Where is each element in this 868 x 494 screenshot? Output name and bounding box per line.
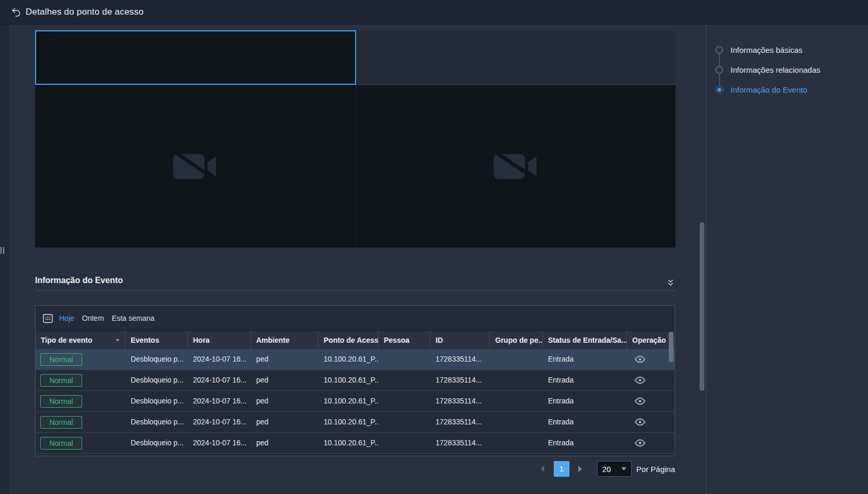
operation-cell — [627, 412, 668, 432]
chevron-down-icon — [621, 467, 626, 473]
table-row[interactable]: NormalDesbloqueio p...2024-10-07 16...pe… — [36, 349, 675, 370]
date-filter-tab[interactable]: Esta semana — [112, 314, 155, 322]
table-row[interactable]: NormalDesbloqueio p...2024-10-07 16...pe… — [36, 370, 675, 391]
collapse-section-icon[interactable] — [667, 279, 674, 287]
table-cell: 10.100.20.61_P... — [318, 412, 379, 432]
table-row[interactable]: NormalDesbloqueio p...2024-10-07 16...pe… — [36, 412, 675, 433]
event-type-cell: Normal — [36, 412, 125, 432]
page-scrollbar[interactable] — [700, 222, 704, 391]
date-filter-tab[interactable]: Hoje — [59, 314, 74, 322]
table-cell: 10.100.20.61_P... — [318, 349, 379, 369]
table-row[interactable]: NormalDesbloqueio p...2024-10-07 16...pe… — [36, 391, 675, 412]
status-badge: Normal — [40, 353, 82, 366]
status-badge: Normal — [40, 374, 82, 387]
event-table-panel: Hoje Ontem Esta semana Tipo de eventoEve… — [35, 305, 675, 456]
operation-cell — [627, 433, 668, 453]
table-cell: Desbloqueio p... — [125, 349, 188, 369]
operation-cell — [627, 349, 668, 369]
table-cell: 1728335114... — [430, 433, 490, 453]
anchor-nav-label: Informações básicas — [730, 46, 803, 54]
table-cell: 2024-10-07 16... — [188, 433, 251, 453]
page-size-value: 20 — [602, 465, 611, 474]
table-cell — [490, 412, 543, 432]
table-cell: Entrada — [543, 412, 627, 432]
table-cell: 2024-10-07 16... — [188, 391, 251, 411]
column-header: Hora — [188, 331, 251, 349]
right-panel-divider — [706, 25, 706, 494]
video-grid — [35, 30, 676, 248]
table-header-row: Tipo de eventoEventosHoraAmbientePonto d… — [36, 331, 675, 349]
column-header: Eventos — [125, 331, 188, 349]
status-badge: Normal — [40, 416, 82, 429]
table-cell: ped — [251, 433, 318, 453]
table-cell: 2024-10-07 16... — [188, 349, 251, 369]
table-cell — [379, 433, 430, 453]
table-cell: Desbloqueio p... — [125, 391, 188, 411]
left-panel-strip — [0, 25, 9, 494]
table-cell: ped — [251, 412, 318, 432]
table-cell: Desbloqueio p... — [125, 412, 188, 432]
date-filter-tab[interactable]: Ontem — [82, 314, 104, 322]
step-dot-icon — [715, 66, 723, 74]
video-cell[interactable] — [357, 30, 676, 85]
column-header: Tipo de evento — [36, 331, 125, 349]
table-cell: 1728335114... — [430, 349, 490, 369]
back-icon[interactable] — [11, 7, 21, 17]
table-cell: Entrada — [543, 370, 627, 390]
table-cell: 2024-10-07 16... — [188, 412, 251, 432]
camera-off-icon — [493, 151, 540, 182]
next-page-button[interactable] — [573, 461, 588, 477]
calendar-icon[interactable] — [42, 313, 53, 324]
section-title: Informação do Evento — [35, 276, 123, 285]
table-cell: Entrada — [543, 433, 627, 453]
table-cell: Desbloqueio p... — [125, 433, 188, 453]
view-details-eye-icon[interactable] — [634, 439, 646, 447]
page-number-button[interactable]: 1 — [554, 461, 569, 477]
status-badge: Normal — [40, 437, 82, 450]
operation-cell — [627, 391, 668, 411]
operation-cell — [627, 370, 668, 390]
arrow-left-icon — [538, 466, 544, 472]
table-cell: 10.100.20.61_P... — [318, 370, 379, 390]
event-type-cell: Normal — [36, 349, 125, 369]
view-details-eye-icon[interactable] — [634, 376, 646, 384]
prev-page-button[interactable] — [535, 461, 551, 477]
video-cell[interactable] — [357, 85, 676, 248]
anchor-nav-item-2[interactable]: Informações relacionadas — [715, 60, 820, 80]
column-header: Ambiente — [251, 331, 318, 349]
table-cell — [490, 433, 543, 453]
table-cell — [490, 370, 543, 390]
column-header: Pessoa — [379, 331, 430, 349]
table-cell — [379, 349, 430, 369]
event-type-cell: Normal — [36, 433, 125, 453]
table-row[interactable]: NormalDesbloqueio p...2024-10-07 16...pe… — [36, 433, 675, 454]
video-cell-selected[interactable] — [35, 30, 356, 85]
anchor-nav-item-1[interactable]: Informações básicas — [715, 40, 820, 60]
camera-off-icon — [172, 151, 219, 182]
table-cell: 2024-10-07 16... — [188, 370, 251, 390]
view-details-eye-icon[interactable] — [634, 397, 646, 405]
app-header: Detalhes do ponto de acesso — [0, 0, 868, 25]
anchor-nav-label: Informação do Evento — [730, 85, 807, 94]
table-cell: 10.100.20.61_P... — [318, 433, 379, 453]
page-size-select[interactable]: 20 — [597, 461, 632, 477]
view-details-eye-icon[interactable] — [634, 355, 646, 363]
table-cell: 1728335114... — [430, 391, 490, 411]
anchor-nav-item-3[interactable]: Informação do Evento — [715, 80, 820, 99]
view-details-eye-icon[interactable] — [634, 418, 646, 426]
column-header: Operação — [627, 331, 668, 349]
table-cell: 1728335114... — [430, 370, 490, 390]
video-cell[interactable] — [35, 85, 356, 248]
per-page-label: Por Página — [636, 465, 675, 474]
event-type-cell: Normal — [36, 370, 125, 390]
table-body: NormalDesbloqueio p...2024-10-07 16...pe… — [36, 349, 675, 454]
panel-resize-grip[interactable] — [1, 247, 4, 254]
anchor-nav: Informações básicas Informações relacion… — [715, 40, 820, 99]
step-dot-icon — [715, 86, 723, 94]
table-cell: ped — [251, 370, 318, 390]
table-cell: Entrada — [543, 349, 627, 369]
date-filter-bar: Hoje Ontem Esta semana — [36, 306, 675, 331]
table-scrollbar[interactable] — [669, 332, 673, 362]
page-title: Detalhes do ponto de acesso — [26, 7, 144, 17]
column-filter-caret-icon[interactable] — [116, 339, 120, 344]
